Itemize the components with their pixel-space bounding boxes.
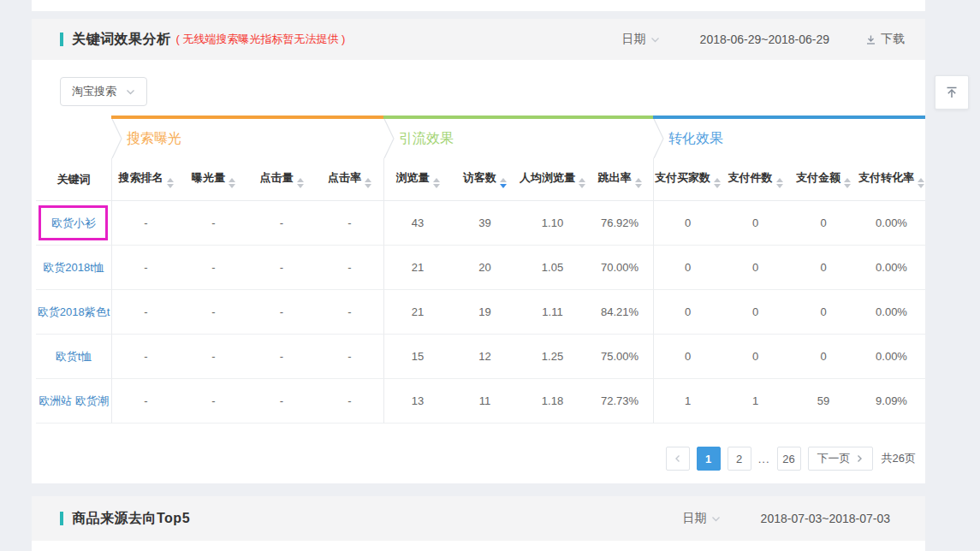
data-cell: 1.18 bbox=[519, 379, 586, 424]
download-button[interactable]: 下载 bbox=[865, 32, 905, 47]
pagination-page-button[interactable]: 2 bbox=[728, 447, 751, 471]
data-cell: 0 bbox=[653, 201, 722, 246]
column-header[interactable]: 搜索排名 bbox=[111, 158, 180, 201]
sort-icon[interactable] bbox=[579, 178, 585, 188]
sort-icon[interactable] bbox=[297, 178, 304, 188]
data-cell: 43 bbox=[383, 201, 451, 246]
data-cell: - bbox=[180, 246, 247, 290]
date-filter-dropdown[interactable]: 日期 bbox=[683, 511, 721, 526]
data-cell: 1.25 bbox=[519, 335, 586, 379]
channel-select-dropdown[interactable]: 淘宝搜索 bbox=[60, 77, 147, 106]
sort-icon[interactable] bbox=[714, 178, 721, 188]
pagination-next-button[interactable]: 下一页 bbox=[808, 447, 873, 471]
back-to-top-button[interactable] bbox=[935, 75, 969, 110]
table-row: 欧货小衫----43391.1076.92%0000.00% bbox=[36, 201, 925, 246]
data-cell: 0 bbox=[722, 290, 789, 335]
data-cell: - bbox=[247, 335, 316, 379]
data-cell: 0 bbox=[789, 335, 858, 379]
sort-icon[interactable] bbox=[229, 178, 235, 188]
column-header[interactable]: 支付买家数 bbox=[653, 158, 722, 201]
column-header[interactable]: 点击量 bbox=[247, 158, 316, 201]
table-row: 欧货2018t恤----21201.0570.00%0000.00% bbox=[36, 246, 925, 290]
keywords-table: 搜索曝光 引流效果 转化效果 关键词 搜索排名曝光量点击量点击率浏览量访客数人均… bbox=[36, 116, 925, 424]
data-cell: 59 bbox=[789, 379, 858, 424]
group-header-row: 搜索曝光 引流效果 转化效果 bbox=[36, 116, 925, 158]
pagination-page-button[interactable]: 26 bbox=[777, 447, 801, 471]
title-accent-bar bbox=[60, 33, 63, 46]
data-cell: - bbox=[247, 290, 316, 335]
channel-select-value: 淘宝搜索 bbox=[72, 84, 116, 99]
column-header[interactable]: 支付转化率 bbox=[858, 158, 925, 201]
column-header-label: 曝光量 bbox=[192, 171, 225, 184]
keyword-link[interactable]: 欧货2018紫色t bbox=[38, 305, 110, 318]
sort-icon[interactable] bbox=[433, 178, 440, 188]
page: 关键词效果分析 ( 无线端搜索曝光指标暂无法提供 ) 日期 2018-06-29… bbox=[0, 0, 980, 551]
data-cell: - bbox=[111, 379, 180, 424]
column-header[interactable]: 支付件数 bbox=[722, 158, 789, 201]
column-header-label: 支付买家数 bbox=[655, 171, 710, 184]
data-cell: 0.00% bbox=[858, 246, 925, 290]
sort-icon[interactable] bbox=[500, 178, 507, 188]
column-header[interactable]: 曝光量 bbox=[180, 158, 247, 201]
data-cell: - bbox=[316, 290, 383, 335]
sort-icon[interactable] bbox=[167, 178, 174, 188]
group-label: 转化效果 bbox=[668, 131, 723, 145]
data-cell: - bbox=[247, 379, 316, 424]
sort-icon[interactable] bbox=[844, 178, 851, 188]
date-filter-label: 日期 bbox=[683, 511, 707, 526]
data-cell: 9.09% bbox=[858, 379, 925, 424]
pagination-page-button[interactable]: 1 bbox=[697, 447, 721, 471]
section1-title-wrap: 关键词效果分析 ( 无线端搜索曝光指标暂无法提供 ) bbox=[32, 31, 345, 49]
column-header-label: 点击量 bbox=[260, 171, 294, 184]
column-header-label: 点击率 bbox=[328, 171, 361, 184]
column-header[interactable]: 访客数 bbox=[451, 158, 519, 201]
data-cell: - bbox=[111, 290, 180, 335]
column-header[interactable]: 点击率 bbox=[316, 158, 383, 201]
keyword-cell: 欧货2018t恤 bbox=[36, 246, 111, 290]
data-cell: 0 bbox=[653, 335, 722, 379]
pagination-prev-button[interactable] bbox=[666, 447, 690, 471]
group-label: 引流效果 bbox=[399, 131, 454, 145]
data-cell: 1 bbox=[653, 379, 722, 424]
group-separator-chevron-icon bbox=[653, 119, 664, 158]
keyword-link[interactable]: 欧货小衫 bbox=[51, 216, 96, 229]
section1-title: 关键词效果分析 bbox=[72, 31, 171, 49]
data-cell: - bbox=[316, 335, 383, 379]
date-filter-dropdown[interactable]: 日期 bbox=[622, 32, 660, 47]
data-cell: 0.00% bbox=[858, 335, 925, 379]
data-cell: 72.73% bbox=[586, 379, 653, 424]
data-cell: 11 bbox=[451, 379, 519, 424]
chevron-left-icon bbox=[674, 454, 682, 463]
group-header-search-exposure: 搜索曝光 bbox=[111, 116, 383, 158]
section1-header: 关键词效果分析 ( 无线端搜索曝光指标暂无法提供 ) 日期 2018-06-29… bbox=[32, 19, 925, 60]
table-row: 欧货t恤----15121.2575.00%0000.00% bbox=[36, 335, 925, 379]
column-header[interactable]: 人均浏览量 bbox=[519, 158, 586, 201]
column-header[interactable]: 跳出率 bbox=[586, 158, 653, 201]
data-cell: - bbox=[247, 246, 316, 290]
data-cell: 0 bbox=[653, 246, 722, 290]
date-range-value: 2018-06-29~2018-06-29 bbox=[700, 33, 829, 46]
sort-icon[interactable] bbox=[918, 178, 924, 188]
data-cell: 0 bbox=[653, 290, 722, 335]
keyword-link[interactable]: 欧货t恤 bbox=[56, 350, 92, 363]
date-range-value: 2018-07-03~2018-07-03 bbox=[761, 512, 890, 525]
keyword-link[interactable]: 欧洲站 欧货潮 bbox=[39, 394, 109, 407]
column-header[interactable]: 支付金额 bbox=[789, 158, 858, 201]
table-row: 欧货2018紫色t----21191.1184.21%0000.00% bbox=[36, 290, 925, 335]
sort-icon[interactable] bbox=[635, 178, 642, 188]
pagination-ellipsis: ... bbox=[758, 453, 770, 465]
data-cell: 15 bbox=[383, 335, 451, 379]
sort-icon[interactable] bbox=[776, 178, 783, 188]
data-cell: 1.05 bbox=[519, 246, 586, 290]
column-header-label: 访客数 bbox=[463, 171, 496, 184]
column-header-label: 跳出率 bbox=[598, 171, 632, 184]
column-header[interactable]: 浏览量 bbox=[383, 158, 451, 201]
data-cell: - bbox=[111, 335, 180, 379]
sort-icon[interactable] bbox=[365, 178, 371, 188]
group-header-traffic-effect: 引流效果 bbox=[383, 116, 653, 158]
data-cell: 20 bbox=[451, 246, 519, 290]
keyword-cell-highlighted: 欧货小衫 bbox=[36, 201, 111, 246]
section1-title-note: ( 无线端搜索曝光指标暂无法提供 ) bbox=[176, 32, 346, 47]
keyword-link[interactable]: 欧货2018t恤 bbox=[43, 261, 104, 274]
data-cell: - bbox=[180, 335, 247, 379]
